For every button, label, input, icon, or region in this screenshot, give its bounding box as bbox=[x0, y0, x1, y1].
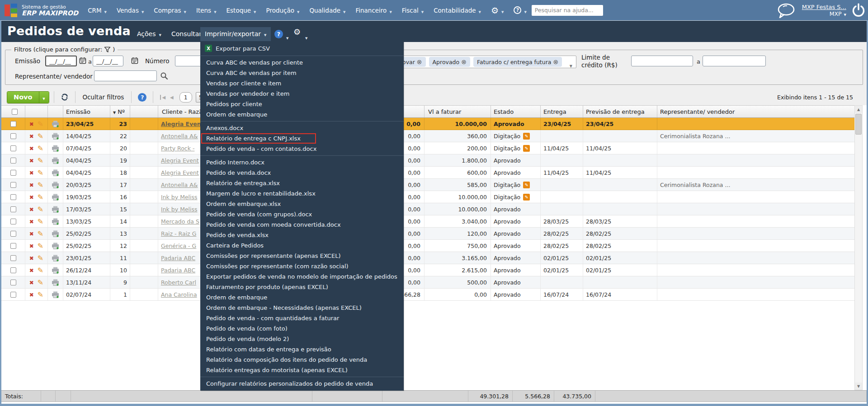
print-menu-item[interactable]: Pedido Interno.docx bbox=[200, 157, 404, 168]
top-menu-item[interactable]: Financeiro bbox=[350, 0, 396, 20]
emissao-from-input[interactable] bbox=[45, 56, 77, 66]
representante-input[interactable] bbox=[94, 70, 157, 81]
printer-icon[interactable] bbox=[52, 279, 59, 286]
edit-pencil-icon[interactable] bbox=[38, 229, 43, 238]
table-row[interactable]: 07/04/25 20 Party Rock - 0,00 200,00 Dig… bbox=[1, 142, 856, 154]
delete-icon[interactable] bbox=[29, 230, 34, 237]
col-representante[interactable]: Representante/ vendedor bbox=[657, 106, 856, 117]
top-menu-item[interactable]: Estoque bbox=[222, 0, 261, 20]
help-icon[interactable]: ? bbox=[138, 93, 146, 102]
help-search-input[interactable] bbox=[532, 5, 603, 16]
cliente-link[interactable]: Ink by Meliss bbox=[161, 206, 198, 213]
digitacao-edit-icon[interactable] bbox=[523, 194, 530, 201]
printer-icon[interactable] bbox=[52, 291, 59, 298]
cliente-link[interactable]: Alegria Event bbox=[161, 169, 199, 176]
select-all-checkbox[interactable] bbox=[12, 109, 18, 115]
row-checkbox[interactable] bbox=[10, 121, 16, 127]
print-menu-item[interactable]: Exportar pedidos de venda no modelo de i… bbox=[200, 271, 404, 282]
row-checkbox[interactable] bbox=[10, 145, 16, 151]
first-page-icon[interactable]: ◀ bbox=[160, 95, 165, 100]
row-checkbox[interactable] bbox=[10, 280, 16, 285]
delete-icon[interactable] bbox=[29, 145, 34, 152]
vertical-scrollbar[interactable]: ▲ ▼ bbox=[854, 105, 863, 390]
printer-icon[interactable] bbox=[52, 145, 59, 152]
current-page-box[interactable]: 1 bbox=[179, 92, 192, 103]
delete-icon[interactable] bbox=[29, 133, 34, 140]
delete-icon[interactable] bbox=[29, 255, 34, 261]
row-checkbox[interactable] bbox=[10, 206, 16, 212]
print-menu-item[interactable]: Pedido de venda.docx bbox=[200, 168, 404, 178]
print-menu-item[interactable]: Pedido de venda - com contatos.docx bbox=[200, 144, 404, 154]
account-company-link[interactable]: MXP Festas S... bbox=[802, 4, 846, 10]
table-row[interactable]: 23/04/25 23 Alegria Event 0,00 10.000,00… bbox=[1, 118, 856, 130]
printer-icon[interactable] bbox=[52, 194, 59, 201]
print-menu-item[interactable] bbox=[200, 155, 404, 156]
top-help-menu[interactable]: ? bbox=[509, 0, 531, 20]
printer-icon[interactable] bbox=[52, 121, 59, 127]
table-row[interactable]: 13/11/24 9 Roberto Carl 0,00 500,00 Apro… bbox=[1, 276, 856, 289]
row-checkbox[interactable] bbox=[10, 267, 16, 273]
cliente-link[interactable]: Party Rock - bbox=[161, 145, 194, 152]
cliente-link[interactable]: Antonella A& bbox=[161, 182, 198, 188]
delete-icon[interactable] bbox=[29, 243, 34, 249]
row-checkbox[interactable] bbox=[10, 170, 16, 176]
top-menu-item[interactable]: Compras bbox=[149, 0, 191, 20]
print-menu-item[interactable]: Carteira de Pedidos bbox=[200, 240, 404, 251]
table-row[interactable]: 13/03/25 14 Mercado da S 0,00 3.040,00 A… bbox=[1, 215, 856, 228]
print-menu-item[interactable]: Ordem de embarque bbox=[200, 109, 404, 120]
printer-icon[interactable] bbox=[52, 255, 59, 261]
col-estado[interactable]: Estado bbox=[491, 106, 541, 117]
delete-icon[interactable] bbox=[29, 194, 34, 201]
cliente-link[interactable]: Alegria Event bbox=[161, 121, 204, 127]
print-menu-item[interactable]: Pedido de venda (com grupos).docx bbox=[200, 209, 404, 219]
caret-down-icon[interactable] bbox=[286, 33, 288, 41]
edit-pencil-icon[interactable] bbox=[38, 120, 43, 128]
print-menu-item[interactable]: Anexos.docx bbox=[200, 123, 404, 133]
table-row[interactable]: 02/07/24 1 Ana Carolina 5.566,28 0,00 Ap… bbox=[1, 289, 856, 301]
table-row[interactable]: 04/04/25 18 Alegria Event 0,00 600,00 Ap… bbox=[1, 167, 856, 179]
limite-credito-to-input[interactable] bbox=[703, 56, 766, 66]
print-menu-item[interactable]: Pedido de venda - com quantidades a fatu… bbox=[200, 313, 404, 323]
cliente-link[interactable]: Ana Carolina bbox=[161, 291, 197, 298]
edit-pencil-icon[interactable] bbox=[38, 242, 43, 250]
menu-imprimir-exportar[interactable]: Imprimir/exportar bbox=[200, 27, 271, 41]
print-menu-item[interactable]: Pedido de venda (com foto) bbox=[200, 323, 404, 334]
cliente-link[interactable]: Padaria ABC bbox=[161, 255, 195, 261]
logout-power-button[interactable] bbox=[852, 3, 865, 18]
print-menu-item[interactable]: Relatório da composição dos itens do ped… bbox=[200, 355, 404, 365]
print-menu-item[interactable]: Relatório com datas de entrega e previsã… bbox=[200, 344, 404, 355]
edit-pencil-icon[interactable] bbox=[38, 290, 43, 299]
scrollbar-thumb[interactable] bbox=[855, 114, 862, 135]
scroll-up-arrow-icon[interactable]: ▲ bbox=[855, 106, 862, 113]
row-checkbox[interactable] bbox=[10, 158, 16, 163]
col-numero[interactable]: Nº bbox=[110, 106, 130, 117]
cliente-link[interactable]: Alegria Event bbox=[161, 157, 199, 164]
col-entrega[interactable]: Entrega bbox=[541, 106, 583, 117]
calendar-icon[interactable] bbox=[79, 57, 86, 64]
print-menu-item[interactable]: Pedido de venda.xlsx bbox=[200, 230, 404, 240]
search-icon[interactable] bbox=[160, 72, 168, 80]
limite-credito-from-input[interactable] bbox=[631, 56, 693, 66]
delete-icon[interactable] bbox=[29, 182, 34, 188]
print-menu-item[interactable]: Pedido de venda com moeda convertida.doc… bbox=[200, 219, 404, 230]
export-csv-menu-item[interactable]: Exportar para CSV bbox=[200, 42, 404, 54]
print-menu-item[interactable] bbox=[200, 56, 404, 56]
calendar-icon[interactable] bbox=[131, 57, 138, 64]
print-menu-item[interactable]: Ordem de embarque bbox=[200, 292, 404, 303]
estado-filter-chip[interactable]: Aprovado bbox=[429, 57, 470, 67]
cliente-link[interactable]: Ink by Meliss bbox=[161, 194, 198, 201]
remove-chip-icon[interactable] bbox=[415, 58, 422, 65]
print-menu-item[interactable]: Pedidos por cliente bbox=[200, 99, 404, 109]
row-checkbox[interactable] bbox=[10, 182, 16, 188]
chat-bubble-icon[interactable] bbox=[777, 3, 796, 18]
col-vl-a-faturar[interactable]: Vl a faturar bbox=[425, 106, 491, 117]
delete-icon[interactable] bbox=[29, 291, 34, 298]
scroll-down-arrow-icon[interactable]: ▼ bbox=[855, 383, 862, 390]
printer-icon[interactable] bbox=[52, 182, 59, 188]
delete-icon[interactable] bbox=[29, 157, 34, 164]
table-row[interactable]: 04/04/25 19 Alegria Event 0,00 1.800,00 … bbox=[1, 154, 856, 167]
table-row[interactable]: 19/03/25 16 Ink by Meliss 0,00 10.000,00… bbox=[1, 191, 856, 203]
print-menu-item[interactable]: Margem de lucro e rentabilidade.xlsx bbox=[200, 188, 404, 199]
delete-icon[interactable] bbox=[29, 267, 34, 274]
table-row[interactable]: 20/03/25 17 Antonella A& 0,00 585,00 Dig… bbox=[1, 179, 856, 191]
